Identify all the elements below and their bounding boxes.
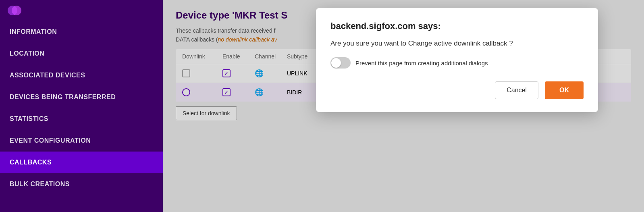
confirm-dialog: backend.sigfox.com says: Are you sure yo… (316, 8, 598, 112)
logo-icon (6, 2, 23, 19)
svg-point-1 (12, 6, 21, 15)
sidebar-item-bulk-creations[interactable]: BULK CREATIONS (0, 173, 163, 195)
dialog-buttons: Cancel OK (330, 81, 584, 99)
dialog-title: backend.sigfox.com says: (330, 21, 584, 31)
sidebar-item-event-configuration[interactable]: EVENT CONFIGURATION (0, 130, 163, 152)
cancel-button[interactable]: Cancel (495, 81, 538, 99)
sidebar-item-information[interactable]: INFORMATION (0, 21, 163, 43)
sidebar-item-location[interactable]: LOCATION (0, 43, 163, 64)
sidebar-item-statistics[interactable]: STATISTICS (0, 108, 163, 130)
sidebar-item-devices-being-transferred[interactable]: DEVICES BEING TRANSFERRED (0, 86, 163, 108)
prevent-dialogs-row: Prevent this page from creating addition… (330, 57, 584, 69)
prevent-dialogs-toggle[interactable] (330, 57, 351, 69)
dialog-message: Are you sure you want to Change active d… (330, 39, 584, 48)
sidebar-header (0, 0, 163, 21)
toggle-knob (331, 58, 341, 68)
ok-button[interactable]: OK (545, 81, 584, 99)
sidebar-item-associated-devices[interactable]: ASSOCIATED DEVICES (0, 64, 163, 86)
sidebar: INFORMATION LOCATION ASSOCIATED DEVICES … (0, 0, 163, 212)
main-content: Device type 'MKR Test S These callbacks … (163, 0, 644, 212)
sidebar-item-callbacks[interactable]: CALLBACKS (0, 152, 163, 173)
prevent-dialogs-label: Prevent this page from creating addition… (355, 60, 488, 67)
